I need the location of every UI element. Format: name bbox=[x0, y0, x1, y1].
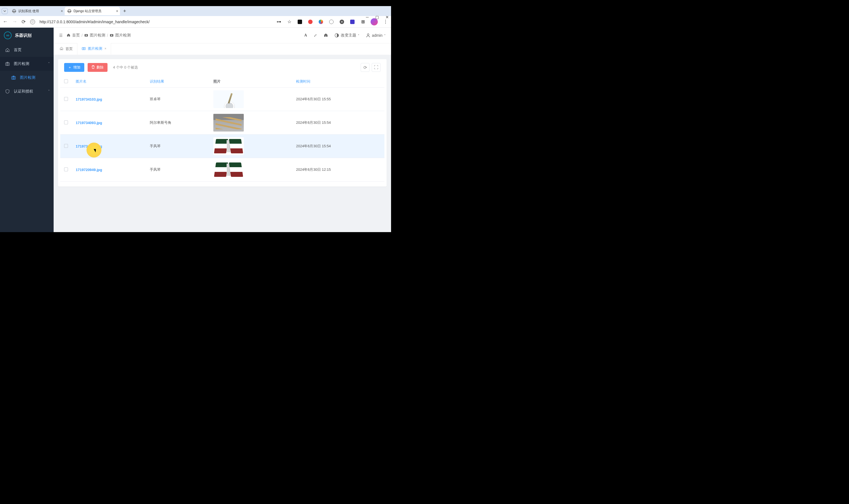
camera-icon bbox=[11, 75, 16, 80]
page-tab-image-detect[interactable]: 图片检测 × bbox=[77, 43, 111, 55]
select-all-checkbox[interactable] bbox=[64, 79, 68, 83]
photo-thumbnail[interactable] bbox=[213, 90, 244, 108]
row-checkbox[interactable] bbox=[64, 121, 68, 124]
result-cell: 手风琴 bbox=[146, 134, 210, 158]
file-link[interactable]: 1719734082.jpg bbox=[76, 144, 102, 148]
plus-icon: ＋ bbox=[68, 65, 72, 70]
col-time[interactable]: 检测时间 bbox=[292, 76, 384, 88]
extension-icon[interactable] bbox=[339, 19, 345, 24]
page-tab-home[interactable]: 首页 bbox=[55, 43, 77, 55]
sidebar-item-auth[interactable]: 认证和授权 ˅ bbox=[0, 85, 54, 98]
sidebar-item-label: 首页 bbox=[14, 48, 21, 53]
home-icon bbox=[67, 33, 71, 38]
bookmark-icon[interactable]: ☆ bbox=[287, 19, 292, 24]
expand-icon[interactable]: ⛶ bbox=[372, 63, 381, 72]
photo-thumbnail[interactable] bbox=[213, 137, 244, 155]
trash-icon bbox=[91, 65, 95, 70]
globe-icon bbox=[68, 9, 71, 13]
col-name[interactable]: 图片名 bbox=[72, 76, 146, 88]
sidebar-item-label: 认证和授权 bbox=[14, 89, 33, 94]
svg-point-7 bbox=[111, 35, 112, 36]
sidebar: ∞ 乐器识别 首页 图片检测 ˄ 图片检测 bbox=[0, 28, 54, 232]
col-photo: 照片 bbox=[210, 76, 292, 88]
photo-thumbnail[interactable] bbox=[213, 161, 244, 179]
data-table: 图片名 识别结果 照片 检测时间 1719734103.jpg班卓琴2024年6… bbox=[60, 76, 384, 182]
close-icon[interactable]: × bbox=[105, 47, 106, 51]
browser-toolbar: ← → ⟳ ⓘ http://127.0.0.1:8000/admin/#/ad… bbox=[0, 16, 391, 28]
sidebar-item-image-detect-sub[interactable]: 图片检测 bbox=[0, 71, 54, 85]
file-link[interactable]: 1719734093.jpg bbox=[76, 121, 102, 125]
sidebar-item-home[interactable]: 首页 bbox=[0, 43, 54, 57]
forward-button[interactable]: → bbox=[12, 19, 17, 24]
new-tab-button[interactable]: + bbox=[121, 7, 128, 15]
delete-button[interactable]: 删除 bbox=[88, 63, 108, 72]
time-cell: 2024年6月30日 15:54 bbox=[292, 111, 384, 134]
fullscreen-icon[interactable]: ⤢ bbox=[314, 33, 317, 38]
extension-icon[interactable] bbox=[297, 19, 303, 24]
sidebar-item-label: 图片检测 bbox=[20, 75, 35, 80]
extensions-button[interactable]: ⊞ bbox=[360, 19, 366, 24]
refresh-icon[interactable]: ⟳ bbox=[361, 63, 369, 72]
page-tab-label: 图片检测 bbox=[88, 46, 102, 51]
col-result[interactable]: 识别结果 bbox=[146, 76, 210, 88]
time-cell: 2024年6月30日 12:15 bbox=[292, 158, 384, 182]
site-info-icon[interactable]: ⓘ bbox=[30, 19, 35, 24]
extension-icon[interactable] bbox=[308, 19, 313, 24]
time-cell: 2024年6月30日 15:55 bbox=[292, 88, 384, 111]
hamburger-button[interactable]: ☰ bbox=[59, 33, 63, 38]
reload-button[interactable]: ⟳ bbox=[21, 19, 26, 25]
address-bar[interactable]: http://127.0.0.1:8000/admin/#/admin/imag… bbox=[39, 20, 150, 24]
browser-chrome: 识别系统 使用 × Django 站点管理员 × + ─ ▢ ✕ ← → ⟳ ⓘ… bbox=[0, 6, 391, 28]
breadcrumb-home[interactable]: 首页 bbox=[72, 33, 80, 38]
password-icon[interactable]: ⊶ bbox=[276, 19, 282, 24]
home-icon bbox=[5, 48, 10, 53]
result-cell: 手风琴 bbox=[146, 158, 210, 182]
extension-icon[interactable] bbox=[349, 19, 355, 24]
camera-icon bbox=[84, 33, 88, 38]
tab-dropdown-button[interactable] bbox=[2, 8, 8, 14]
globe-icon bbox=[12, 9, 16, 13]
extension-icon[interactable] bbox=[329, 19, 334, 24]
back-button[interactable]: ← bbox=[3, 19, 8, 24]
close-icon[interactable]: × bbox=[116, 9, 118, 13]
sidebar-item-label: 图片检测 bbox=[14, 61, 29, 66]
camera-icon bbox=[110, 33, 113, 38]
browser-tab-1[interactable]: 识别系统 使用 × bbox=[10, 7, 65, 15]
camera-icon bbox=[82, 47, 86, 51]
camera-icon bbox=[5, 61, 10, 66]
browser-tab-2[interactable]: Django 站点管理员 × bbox=[65, 7, 120, 15]
brand: ∞ 乐器识别 bbox=[0, 28, 54, 43]
theme-button[interactable]: 改变主题 ˅ bbox=[335, 33, 359, 38]
table-row: 1719720949.jpg手风琴2024年6月30日 12:15 bbox=[60, 158, 384, 182]
svg-point-1 bbox=[7, 63, 8, 65]
user-menu[interactable]: admin ˅ bbox=[366, 33, 385, 38]
row-checkbox[interactable] bbox=[64, 97, 68, 101]
tab-title: 识别系统 使用 bbox=[18, 9, 39, 14]
chevron-up-icon: ˄ bbox=[48, 62, 50, 66]
font-icon[interactable]: A bbox=[304, 33, 307, 38]
home-icon[interactable] bbox=[324, 33, 328, 38]
row-checkbox[interactable] bbox=[64, 144, 68, 148]
brand-title: 乐器识别 bbox=[15, 33, 32, 38]
page-tabs: 首页 图片检测 × bbox=[54, 43, 391, 55]
photo-thumbnail[interactable] bbox=[213, 114, 244, 131]
svg-point-10 bbox=[83, 48, 84, 49]
file-link[interactable]: 1719734103.jpg bbox=[76, 97, 102, 102]
extension-icon[interactable] bbox=[318, 19, 324, 24]
table-row: 1719734082.jpg手风琴2024年6月30日 15:54 bbox=[60, 134, 384, 158]
row-checkbox[interactable] bbox=[64, 167, 68, 171]
close-icon[interactable]: × bbox=[61, 9, 63, 13]
card-toolbar: ＋ 增加 删除 4 个中 0 个被选 ⟳ ⛶ bbox=[58, 59, 387, 76]
result-cell: 班卓琴 bbox=[146, 88, 210, 111]
minimize-button[interactable]: ─ bbox=[366, 15, 369, 19]
close-button[interactable]: ✕ bbox=[385, 15, 389, 19]
chevron-down-icon: ˅ bbox=[48, 90, 50, 93]
add-button[interactable]: ＋ 增加 bbox=[64, 63, 84, 72]
delete-button-label: 删除 bbox=[96, 65, 104, 70]
sidebar-item-image-detect[interactable]: 图片检测 ˄ bbox=[0, 57, 54, 71]
file-link[interactable]: 1719720949.jpg bbox=[76, 168, 102, 172]
table-row: 1719734103.jpg班卓琴2024年6月30日 15:55 bbox=[60, 88, 384, 111]
breadcrumb-group[interactable]: 图片检测 bbox=[90, 33, 105, 38]
maximize-button[interactable]: ▢ bbox=[375, 15, 379, 19]
breadcrumb-page: 图片检测 bbox=[115, 33, 131, 38]
